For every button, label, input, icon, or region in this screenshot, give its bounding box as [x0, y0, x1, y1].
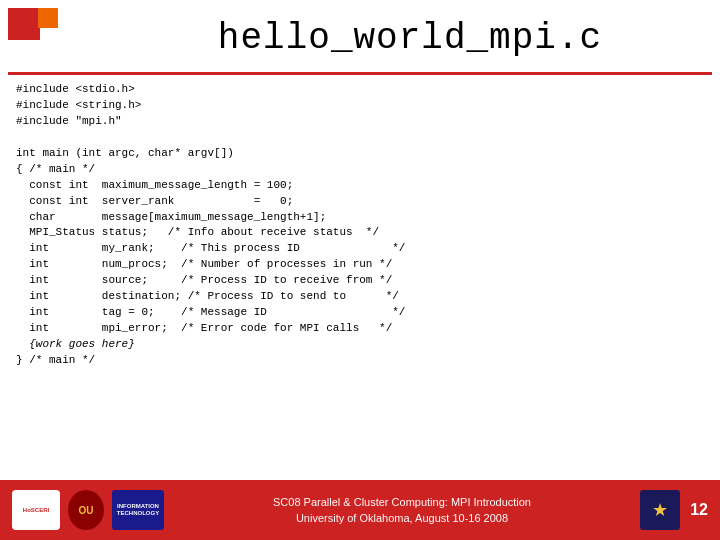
- top-decoration: [0, 0, 60, 60]
- bottom-right: ★ 12: [640, 490, 708, 530]
- includes: #include <stdio.h> #include <string.h> #…: [16, 83, 405, 366]
- bottom-bar: HoSCERI OU INFORMATIONTECHNOLOGY SC08 Pa…: [0, 480, 720, 540]
- sc-logo: ★: [640, 490, 680, 530]
- bottom-logos: HoSCERI OU INFORMATIONTECHNOLOGY: [12, 490, 164, 530]
- orange-square: [38, 8, 58, 28]
- red-square: [8, 8, 40, 40]
- ou-logo: OU: [68, 490, 104, 530]
- title-rule: [8, 72, 712, 75]
- slide: hello_world_mpi.c #include <stdio.h> #in…: [0, 0, 720, 540]
- code-block: #include <stdio.h> #include <string.h> #…: [16, 82, 704, 369]
- page-number: 12: [688, 501, 708, 519]
- hosceri-text: HoSCERI: [21, 505, 51, 516]
- ou-text: OU: [79, 505, 94, 516]
- work-placeholder: {work goes here}: [29, 338, 135, 350]
- it-logo: INFORMATIONTECHNOLOGY: [112, 490, 164, 530]
- hosceri-logo: HoSCERI: [12, 490, 60, 530]
- slide-title: hello_world_mpi.c: [120, 18, 700, 59]
- star-icon: ★: [652, 499, 668, 521]
- footer-text: SC08 Parallel & Cluster Computing: MPI I…: [164, 494, 640, 527]
- it-text: INFORMATIONTECHNOLOGY: [117, 503, 159, 517]
- conference-venue: University of Oklahoma, August 10-16 200…: [164, 510, 640, 527]
- conference-name: SC08 Parallel & Cluster Computing: MPI I…: [164, 494, 640, 511]
